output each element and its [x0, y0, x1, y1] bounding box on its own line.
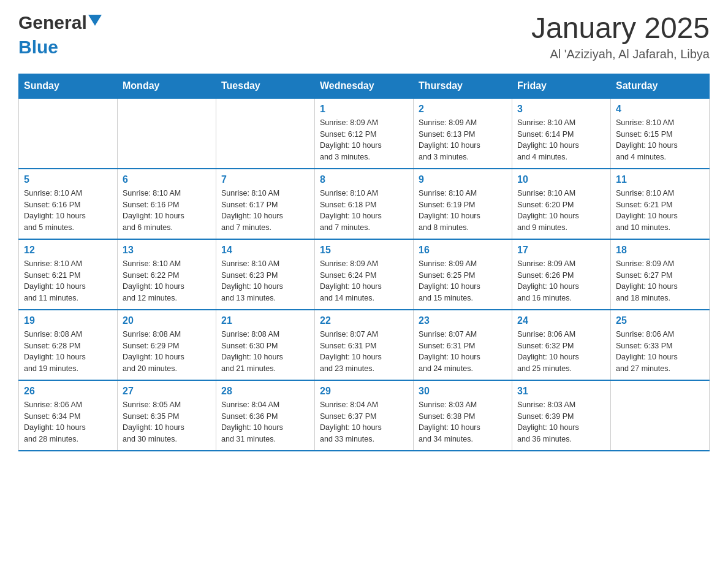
day-info: Sunrise: 8:07 AMSunset: 6:31 PMDaylight:…: [419, 329, 507, 375]
day-number: 5: [24, 174, 112, 185]
calendar-cell: 8Sunrise: 8:10 AMSunset: 6:18 PMDaylight…: [315, 169, 414, 239]
day-number: 30: [419, 386, 507, 397]
calendar-day-header: Wednesday: [315, 74, 414, 98]
day-info: Sunrise: 8:09 AMSunset: 6:12 PMDaylight:…: [320, 117, 408, 163]
calendar-cell: 11Sunrise: 8:10 AMSunset: 6:21 PMDayligh…: [611, 169, 710, 239]
calendar-cell: 31Sunrise: 8:03 AMSunset: 6:39 PMDayligh…: [512, 380, 611, 451]
calendar-cell: 28Sunrise: 8:04 AMSunset: 6:36 PMDayligh…: [216, 380, 315, 451]
day-number: 21: [221, 315, 309, 326]
day-info: Sunrise: 8:06 AMSunset: 6:34 PMDaylight:…: [24, 399, 112, 445]
day-number: 19: [24, 315, 112, 326]
day-number: 15: [320, 245, 408, 256]
day-info: Sunrise: 8:10 AMSunset: 6:21 PMDaylight:…: [616, 188, 704, 234]
day-info: Sunrise: 8:10 AMSunset: 6:20 PMDaylight:…: [517, 188, 605, 234]
calendar-cell: 25Sunrise: 8:06 AMSunset: 6:33 PMDayligh…: [611, 310, 710, 380]
day-info: Sunrise: 8:08 AMSunset: 6:30 PMDaylight:…: [221, 329, 309, 375]
month-title: January 2025: [531, 12, 710, 45]
title-section: January 2025 Al 'Aziziyah, Al Jafarah, L…: [531, 12, 710, 61]
day-info: Sunrise: 8:10 AMSunset: 6:16 PMDaylight:…: [123, 188, 211, 234]
calendar-cell: 10Sunrise: 8:10 AMSunset: 6:20 PMDayligh…: [512, 169, 611, 239]
logo-blue-text: Blue: [18, 37, 58, 57]
day-info: Sunrise: 8:08 AMSunset: 6:29 PMDaylight:…: [123, 329, 211, 375]
calendar-cell: 4Sunrise: 8:10 AMSunset: 6:15 PMDaylight…: [611, 98, 710, 169]
day-info: Sunrise: 8:10 AMSunset: 6:22 PMDaylight:…: [123, 258, 211, 304]
day-number: 22: [320, 315, 408, 326]
calendar-cell: 15Sunrise: 8:09 AMSunset: 6:24 PMDayligh…: [315, 239, 414, 310]
day-number: 4: [616, 104, 704, 115]
day-number: 20: [123, 315, 211, 326]
calendar-cell: 3Sunrise: 8:10 AMSunset: 6:14 PMDaylight…: [512, 98, 611, 169]
logo-general-text: General: [18, 12, 87, 33]
day-info: Sunrise: 8:08 AMSunset: 6:28 PMDaylight:…: [24, 329, 112, 375]
day-number: 1: [320, 104, 408, 115]
calendar-cell: [611, 380, 710, 451]
day-number: 31: [517, 386, 605, 397]
calendar-week-row: 19Sunrise: 8:08 AMSunset: 6:28 PMDayligh…: [19, 310, 710, 380]
calendar-week-row: 26Sunrise: 8:06 AMSunset: 6:34 PMDayligh…: [19, 380, 710, 451]
calendar-week-row: 12Sunrise: 8:10 AMSunset: 6:21 PMDayligh…: [19, 239, 710, 310]
calendar-cell: 22Sunrise: 8:07 AMSunset: 6:31 PMDayligh…: [315, 310, 414, 380]
calendar-cell: 29Sunrise: 8:04 AMSunset: 6:37 PMDayligh…: [315, 380, 414, 451]
day-info: Sunrise: 8:10 AMSunset: 6:14 PMDaylight:…: [517, 117, 605, 163]
calendar-day-header: Friday: [512, 74, 611, 98]
day-number: 17: [517, 245, 605, 256]
calendar-table: SundayMondayTuesdayWednesdayThursdayFrid…: [18, 74, 710, 451]
calendar-cell: 16Sunrise: 8:09 AMSunset: 6:25 PMDayligh…: [414, 239, 512, 310]
calendar-cell: 27Sunrise: 8:05 AMSunset: 6:35 PMDayligh…: [118, 380, 216, 451]
day-info: Sunrise: 8:10 AMSunset: 6:15 PMDaylight:…: [616, 117, 704, 163]
day-info: Sunrise: 8:09 AMSunset: 6:26 PMDaylight:…: [517, 258, 605, 304]
day-number: 29: [320, 386, 408, 397]
day-info: Sunrise: 8:03 AMSunset: 6:39 PMDaylight:…: [517, 399, 605, 445]
calendar-header-row: SundayMondayTuesdayWednesdayThursdayFrid…: [19, 74, 710, 98]
day-number: 11: [616, 174, 704, 185]
day-info: Sunrise: 8:04 AMSunset: 6:36 PMDaylight:…: [221, 399, 309, 445]
calendar-cell: 17Sunrise: 8:09 AMSunset: 6:26 PMDayligh…: [512, 239, 611, 310]
day-info: Sunrise: 8:10 AMSunset: 6:23 PMDaylight:…: [221, 258, 309, 304]
calendar-day-header: Sunday: [19, 74, 118, 98]
calendar-cell: 19Sunrise: 8:08 AMSunset: 6:28 PMDayligh…: [19, 310, 118, 380]
day-number: 14: [221, 245, 309, 256]
calendar-cell: 7Sunrise: 8:10 AMSunset: 6:17 PMDaylight…: [216, 169, 315, 239]
day-number: 16: [419, 245, 507, 256]
day-info: Sunrise: 8:07 AMSunset: 6:31 PMDaylight:…: [320, 329, 408, 375]
calendar-cell: 20Sunrise: 8:08 AMSunset: 6:29 PMDayligh…: [118, 310, 216, 380]
calendar-week-row: 1Sunrise: 8:09 AMSunset: 6:12 PMDaylight…: [19, 98, 710, 169]
calendar-cell: [216, 98, 315, 169]
calendar-cell: 30Sunrise: 8:03 AMSunset: 6:38 PMDayligh…: [414, 380, 512, 451]
day-number: 3: [517, 104, 605, 115]
day-number: 12: [24, 245, 112, 256]
day-info: Sunrise: 8:09 AMSunset: 6:25 PMDaylight:…: [419, 258, 507, 304]
day-number: 25: [616, 315, 704, 326]
day-number: 7: [221, 174, 309, 185]
day-info: Sunrise: 8:06 AMSunset: 6:32 PMDaylight:…: [517, 329, 605, 375]
day-number: 26: [24, 386, 112, 397]
svg-marker-0: [88, 15, 102, 26]
calendar-cell: [118, 98, 216, 169]
day-info: Sunrise: 8:06 AMSunset: 6:33 PMDaylight:…: [616, 329, 704, 375]
calendar-cell: 5Sunrise: 8:10 AMSunset: 6:16 PMDaylight…: [19, 169, 118, 239]
calendar-cell: 14Sunrise: 8:10 AMSunset: 6:23 PMDayligh…: [216, 239, 315, 310]
calendar-cell: 23Sunrise: 8:07 AMSunset: 6:31 PMDayligh…: [414, 310, 512, 380]
calendar-cell: 24Sunrise: 8:06 AMSunset: 6:32 PMDayligh…: [512, 310, 611, 380]
day-number: 10: [517, 174, 605, 185]
day-info: Sunrise: 8:10 AMSunset: 6:19 PMDaylight:…: [419, 188, 507, 234]
day-info: Sunrise: 8:04 AMSunset: 6:37 PMDaylight:…: [320, 399, 408, 445]
day-number: 18: [616, 245, 704, 256]
calendar-day-header: Monday: [118, 74, 216, 98]
day-info: Sunrise: 8:10 AMSunset: 6:17 PMDaylight:…: [221, 188, 309, 234]
calendar-cell: 18Sunrise: 8:09 AMSunset: 6:27 PMDayligh…: [611, 239, 710, 310]
day-info: Sunrise: 8:09 AMSunset: 6:13 PMDaylight:…: [419, 117, 507, 163]
day-info: Sunrise: 8:10 AMSunset: 6:18 PMDaylight:…: [320, 188, 408, 234]
calendar-cell: 13Sunrise: 8:10 AMSunset: 6:22 PMDayligh…: [118, 239, 216, 310]
logo: General Blue: [18, 12, 102, 58]
day-number: 2: [419, 104, 507, 115]
calendar-cell: 12Sunrise: 8:10 AMSunset: 6:21 PMDayligh…: [19, 239, 118, 310]
day-info: Sunrise: 8:10 AMSunset: 6:21 PMDaylight:…: [24, 258, 112, 304]
day-number: 28: [221, 386, 309, 397]
day-info: Sunrise: 8:09 AMSunset: 6:24 PMDaylight:…: [320, 258, 408, 304]
day-number: 27: [123, 386, 211, 397]
day-info: Sunrise: 8:09 AMSunset: 6:27 PMDaylight:…: [616, 258, 704, 304]
day-number: 8: [320, 174, 408, 185]
day-number: 6: [123, 174, 211, 185]
calendar-day-header: Saturday: [611, 74, 710, 98]
